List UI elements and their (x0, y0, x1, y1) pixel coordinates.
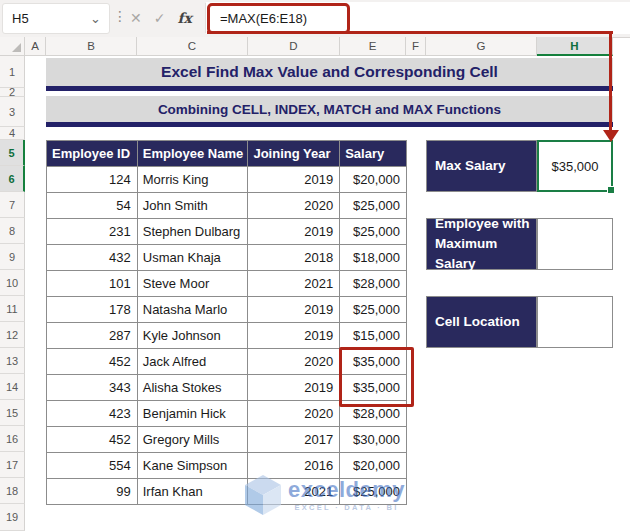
row-header-4[interactable]: 4 (0, 127, 25, 140)
sheet-subtitle-cell[interactable]: Combining CELL, INDEX, MATCH and MAX Fun… (46, 96, 613, 127)
table-cell-salary[interactable]: $30,000 (340, 427, 407, 453)
employee-max-label-cell[interactable]: Employee with Maximum Salary (426, 218, 537, 270)
column-header-d[interactable]: D (248, 37, 340, 56)
row-header-16[interactable]: 16 (0, 426, 25, 452)
cell-location-label-cell[interactable]: Cell Location (426, 296, 537, 348)
cancel-icon[interactable]: ✕ (130, 10, 142, 26)
column-header-a[interactable]: A (25, 37, 46, 56)
table-cell-year[interactable]: 2020 (248, 193, 340, 219)
row-header-7[interactable]: 7 (0, 192, 25, 218)
table-cell-name[interactable]: Usman Khaja (138, 245, 249, 271)
table-cell-year[interactable]: 2019 (248, 219, 340, 245)
column-header-c[interactable]: C (137, 37, 248, 56)
table-header-employee-name[interactable]: Employee Name (138, 141, 249, 167)
row-header-6[interactable]: 6 (0, 166, 25, 192)
table-cell-salary[interactable]: $28,000 (340, 401, 407, 427)
table-cell-name[interactable]: Alisha Stokes (138, 375, 249, 401)
table-cell-name[interactable]: Steve Moor (138, 271, 249, 297)
table-cell-name[interactable]: John Smith (138, 193, 249, 219)
row-header-8[interactable]: 8 (0, 218, 25, 244)
selection-fill-handle[interactable] (607, 186, 615, 194)
table-cell-salary[interactable]: $25,000 (340, 219, 407, 245)
table-cell-id[interactable]: 554 (47, 453, 138, 479)
table-cell-id[interactable]: 54 (47, 193, 138, 219)
column-header-h[interactable]: H (537, 37, 613, 56)
row-header-13[interactable]: 13 (0, 348, 25, 374)
table-cell-name[interactable]: Natasha Marlo (138, 297, 249, 323)
sheet-title-cell[interactable]: Excel Find Max Value and Corresponding C… (46, 58, 613, 91)
table-cell-id[interactable]: 432 (47, 245, 138, 271)
name-box[interactable]: H5 ⌄ (2, 3, 110, 34)
row-header-12[interactable]: 12 (0, 322, 25, 348)
row-header-1[interactable]: 1 (0, 56, 25, 88)
table-cell-id[interactable]: 343 (47, 375, 138, 401)
row-header-5[interactable]: 5 (0, 140, 25, 166)
table-cell-salary[interactable]: $35,000 (340, 375, 407, 401)
table-cell-year[interactable]: 2021 (248, 271, 340, 297)
row-header-9[interactable]: 9 (0, 244, 25, 270)
table-cell-id[interactable]: 452 (47, 349, 138, 375)
table-cell-year[interactable]: 2019 (248, 297, 340, 323)
annotation-arrowhead-icon (603, 130, 619, 142)
table-cell-id[interactable]: 99 (47, 479, 138, 505)
row-header-2[interactable]: 2 (0, 88, 25, 97)
table-cell-salary[interactable]: $25,000 (340, 297, 407, 323)
cell-location-value-cell[interactable] (537, 296, 613, 348)
row-header-17[interactable]: 17 (0, 452, 25, 478)
table-cell-id[interactable]: 101 (47, 271, 138, 297)
row-header-11[interactable]: 11 (0, 296, 25, 322)
table-cell-salary[interactable]: $15,000 (340, 323, 407, 349)
table-cell-year[interactable]: 2020 (248, 401, 340, 427)
table-cell-year[interactable]: 2018 (248, 245, 340, 271)
table-cell-name[interactable]: Morris King (138, 167, 249, 193)
table-cell-name[interactable]: Gregory Mills (138, 427, 249, 453)
table-cell-year[interactable]: 2019 (248, 375, 340, 401)
table-cell-salary[interactable]: $18,000 (340, 245, 407, 271)
table-cell-year[interactable]: 2020 (248, 349, 340, 375)
table-cell-year[interactable]: 2016 (248, 453, 340, 479)
table-cell-salary[interactable]: $25,000 (340, 479, 407, 505)
table-cell-year[interactable]: 2019 (248, 167, 340, 193)
table-cell-name[interactable]: Kane Simpson (138, 453, 249, 479)
row-header-18[interactable]: 18 (0, 478, 25, 504)
table-cell-salary[interactable]: $20,000 (340, 167, 407, 193)
column-header-f[interactable]: F (406, 37, 426, 56)
table-cell-salary[interactable]: $35,000 (340, 349, 407, 375)
table-cell-name[interactable]: Irfan Khan (138, 479, 249, 505)
max-salary-value-cell[interactable]: $35,000 (537, 140, 613, 192)
column-header-g[interactable]: G (426, 37, 537, 56)
table-cell-id[interactable]: 423 (47, 401, 138, 427)
table-cell-year[interactable]: 2021 (248, 479, 340, 505)
row-header-19[interactable]: 19 (0, 504, 25, 531)
table-header-employee-id[interactable]: Employee ID (47, 141, 138, 167)
row-header-14[interactable]: 14 (0, 374, 25, 400)
row-header-15[interactable]: 15 (0, 400, 25, 426)
employee-max-value-cell[interactable] (537, 218, 613, 270)
table-cell-salary[interactable]: $20,000 (340, 453, 407, 479)
table-header-joining-year[interactable]: Joining Year (248, 141, 340, 167)
table-header-salary[interactable]: Salary (340, 141, 407, 167)
table-cell-year[interactable]: 2017 (248, 427, 340, 453)
select-all-corner[interactable] (0, 37, 25, 56)
table-cell-id[interactable]: 287 (47, 323, 138, 349)
row-header-3[interactable]: 3 (0, 97, 25, 127)
table-cell-name[interactable]: Stephen Dulbarg (138, 219, 249, 245)
chevron-down-icon[interactable]: ⌄ (90, 14, 109, 24)
table-cell-name[interactable]: Jack Alfred (138, 349, 249, 375)
max-salary-label-cell[interactable]: Max Salary (426, 140, 537, 192)
table-cell-id[interactable]: 178 (47, 297, 138, 323)
table-cell-salary[interactable]: $28,000 (340, 271, 407, 297)
formula-input[interactable]: =MAX(E6:E18) (206, 2, 630, 34)
confirm-icon[interactable]: ✓ (154, 10, 166, 26)
table-cell-name[interactable]: Kyle Johnson (138, 323, 249, 349)
table-cell-id[interactable]: 124 (47, 167, 138, 193)
column-header-b[interactable]: B (46, 37, 137, 56)
table-cell-salary[interactable]: $25,000 (340, 193, 407, 219)
row-header-10[interactable]: 10 (0, 270, 25, 296)
table-cell-name[interactable]: Benjamin Hick (138, 401, 249, 427)
column-header-e[interactable]: E (340, 37, 406, 56)
insert-function-icon[interactable]: fx (177, 10, 191, 26)
table-cell-id[interactable]: 452 (47, 427, 138, 453)
table-cell-year[interactable]: 2019 (248, 323, 340, 349)
table-cell-id[interactable]: 231 (47, 219, 138, 245)
